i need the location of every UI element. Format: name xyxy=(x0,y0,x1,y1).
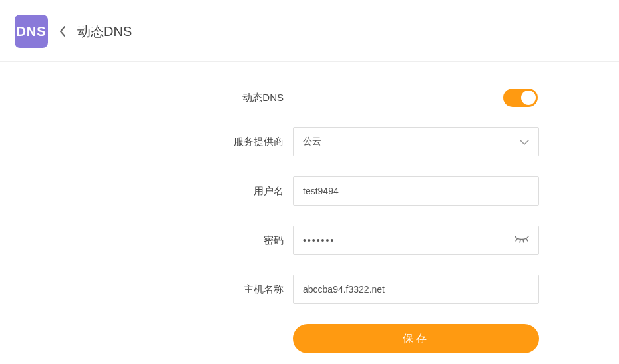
provider-label: 服务提供商 xyxy=(0,136,293,148)
username-label: 用户名 xyxy=(0,185,293,198)
hostname-input[interactable] xyxy=(303,275,529,303)
ddns-toggle-label: 动态DNS xyxy=(0,92,293,104)
page-title: 动态DNS xyxy=(77,23,132,41)
svg-line-1 xyxy=(520,240,520,243)
page-header: DNS 动态DNS xyxy=(0,0,619,62)
toggle-knob xyxy=(521,91,536,105)
svg-line-3 xyxy=(526,239,528,241)
password-input[interactable] xyxy=(303,226,529,254)
username-input[interactable] xyxy=(303,177,529,205)
hostname-label: 主机名称 xyxy=(0,283,293,296)
save-button[interactable]: 保存 xyxy=(293,324,539,353)
ddns-toggle[interactable] xyxy=(503,89,538,107)
back-icon[interactable] xyxy=(57,25,68,37)
provider-selected-value: 公云 xyxy=(303,136,321,148)
app-icon-dns: DNS xyxy=(15,15,48,48)
chevron-down-icon xyxy=(520,136,529,147)
svg-line-2 xyxy=(523,240,524,243)
provider-select[interactable]: 公云 xyxy=(293,127,539,156)
eye-closed-icon[interactable] xyxy=(515,235,529,246)
svg-line-0 xyxy=(516,239,517,241)
ddns-form: 动态DNS 服务提供商 公云 用户名 密码 xyxy=(0,62,619,353)
password-label: 密码 xyxy=(0,234,293,247)
